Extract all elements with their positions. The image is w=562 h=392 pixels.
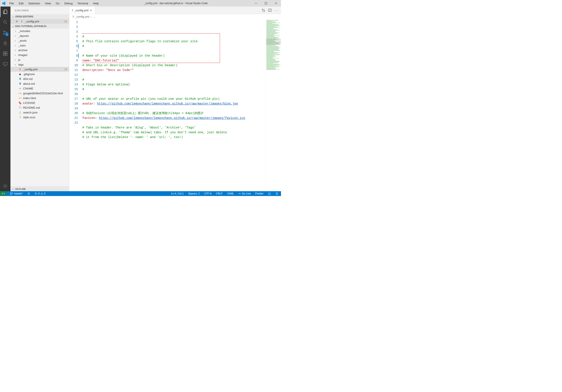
- more-icon[interactable]: ···: [275, 9, 278, 12]
- open-editors-header[interactable]: ⌄ OPEN EDITORS: [11, 14, 69, 19]
- md-icon: 🡇: [18, 82, 22, 85]
- license-icon: 🔖: [18, 101, 22, 104]
- menu-bar: FileEditSelectionViewGoDebugTerminalHelp: [7, 1, 101, 6]
- status-eol[interactable]: CRLF: [215, 192, 223, 195]
- split-editor-icon[interactable]: [268, 9, 272, 12]
- folder-item[interactable]: ›tags: [11, 62, 69, 67]
- yaml-icon: !: [20, 20, 23, 23]
- outline-header[interactable]: › OUTLINE: [11, 186, 69, 191]
- status-golive[interactable]: Go Live: [237, 192, 252, 195]
- compare-changes-icon[interactable]: [262, 9, 265, 12]
- scm-badge: 1: [5, 33, 9, 36]
- json-icon: {}: [18, 111, 22, 114]
- window-maximize-button[interactable]: [261, 0, 271, 7]
- menu-debug[interactable]: Debug: [62, 1, 74, 6]
- close-icon[interactable]: ✕: [16, 20, 19, 23]
- html-icon: <>: [18, 96, 22, 100]
- file-name: CNAME: [23, 87, 33, 90]
- file-name: googledb06e025310e016e.html: [23, 92, 63, 95]
- svg-rect-8: [5, 54, 7, 56]
- editor-tab[interactable]: ! _config.yml ✕: [69, 7, 95, 14]
- folder-item[interactable]: ›_posts: [11, 38, 69, 43]
- sidebar-title: EXPLORER: [11, 7, 69, 14]
- code-editor[interactable]: # # This·file·contains·configuration·fla…: [82, 19, 266, 191]
- window-close-button[interactable]: [271, 0, 281, 7]
- sidebar-explorer: EXPLORER ⌄ OPEN EDITORS ✕!_config.ymlM ⌄…: [11, 7, 69, 191]
- file-item[interactable]: <>index.html: [11, 96, 69, 100]
- window-minimize-button[interactable]: [251, 0, 261, 7]
- open-editor-item[interactable]: ✕!_config.ymlM: [11, 19, 69, 24]
- menu-view[interactable]: View: [43, 1, 53, 6]
- file-item[interactable]: ◆.gitignore: [11, 72, 69, 76]
- file-item[interactable]: ⓘREADME.md: [11, 105, 69, 110]
- yaml-icon: !: [72, 9, 73, 12]
- status-indent[interactable]: Spaces: 2: [187, 192, 200, 195]
- breadcrumb[interactable]: ! _config.yml › ...: [69, 14, 281, 19]
- status-bell[interactable]: [274, 192, 279, 195]
- svg-point-12: [5, 185, 6, 187]
- activity-extensions[interactable]: [0, 48, 11, 59]
- svg-rect-6: [3, 52, 5, 53]
- folder-item[interactable]: ›archive: [11, 48, 69, 52]
- activity-settings[interactable]: [0, 181, 11, 191]
- tab-label: _config.yml: [74, 9, 88, 12]
- file-item[interactable]: 🡇404.md: [11, 76, 69, 81]
- folder-item[interactable]: ›_sass: [11, 43, 69, 48]
- scss-icon: 𝓢: [18, 115, 22, 119]
- folder-item[interactable]: ›js: [11, 57, 69, 62]
- status-encoding[interactable]: UTF-8: [203, 192, 212, 195]
- activity-search[interactable]: [0, 17, 11, 27]
- folder-item[interactable]: ›_layouts: [11, 33, 69, 38]
- file-item[interactable]: 🡇about.md: [11, 81, 69, 86]
- svg-rect-9: [5, 52, 7, 53]
- file-name: .gitignore: [23, 72, 35, 76]
- status-sync[interactable]: [26, 192, 31, 195]
- file-name: LICENSE: [23, 101, 35, 104]
- activity-scm[interactable]: 1: [0, 27, 11, 38]
- folder-name: images: [18, 53, 27, 57]
- folder-item[interactable]: ›images: [11, 52, 69, 57]
- file-item[interactable]: 𝓢style.scss: [11, 115, 69, 120]
- status-cursor[interactable]: Ln 4, Col 1: [170, 192, 185, 195]
- menu-file[interactable]: File: [7, 1, 16, 6]
- vscode-logo-icon: [2, 1, 6, 5]
- chevron-right-icon: ›: [15, 29, 17, 33]
- minimap-slider[interactable]: [266, 39, 281, 45]
- activity-explorer[interactable]: [0, 7, 11, 17]
- menu-terminal[interactable]: Terminal: [75, 1, 90, 6]
- folder-name: _layouts: [18, 34, 29, 37]
- activity-debug[interactable]: [0, 38, 11, 48]
- status-branch[interactable]: master*: [9, 192, 24, 195]
- chevron-right-icon: ›: [15, 48, 17, 52]
- file-item[interactable]: ≡CNAME: [11, 86, 69, 91]
- status-language[interactable]: YAML: [226, 192, 235, 195]
- folder-item[interactable]: ›_includes: [11, 29, 69, 33]
- menu-help[interactable]: Help: [91, 1, 101, 6]
- editor-tab-row: ! _config.yml ✕ ···: [69, 7, 281, 14]
- file-item[interactable]: !_config.ymlM: [11, 67, 69, 72]
- folder-name: archive: [18, 48, 27, 52]
- status-problems[interactable]: 0 0: [34, 192, 46, 195]
- svg-rect-0: [265, 2, 267, 4]
- outline-label: OUTLINE: [15, 188, 26, 190]
- minimap[interactable]: ################################# ######…: [266, 19, 281, 191]
- close-icon[interactable]: ✕: [90, 9, 92, 12]
- status-feedback[interactable]: [267, 192, 272, 195]
- breadcrumb-file: _config.yml: [75, 15, 89, 18]
- status-prettier[interactable]: Prettier: [254, 192, 264, 195]
- remote-indicator[interactable]: [0, 191, 7, 196]
- activity-remote[interactable]: [0, 59, 11, 69]
- folder-name: tags: [18, 63, 24, 66]
- chevron-right-icon: ›: [15, 63, 17, 66]
- line-number-gutter[interactable]: 12345678910111213141516171819202122: [69, 19, 82, 191]
- file-item[interactable]: {}search.json: [11, 110, 69, 115]
- svg-point-16: [11, 193, 11, 193]
- menu-edit[interactable]: Edit: [17, 1, 25, 6]
- txt-icon: ≡: [18, 87, 22, 90]
- workspace-header[interactable]: ⌄ DAC-TUTORIAL.GITHUB.IO: [11, 24, 69, 29]
- file-item[interactable]: 🔖LICENSE: [11, 100, 69, 105]
- menu-go[interactable]: Go: [54, 1, 61, 6]
- menu-selection[interactable]: Selection: [26, 1, 42, 6]
- file-item[interactable]: <>googledb06e025310e016e.html: [11, 91, 69, 96]
- svg-point-2: [3, 31, 5, 32]
